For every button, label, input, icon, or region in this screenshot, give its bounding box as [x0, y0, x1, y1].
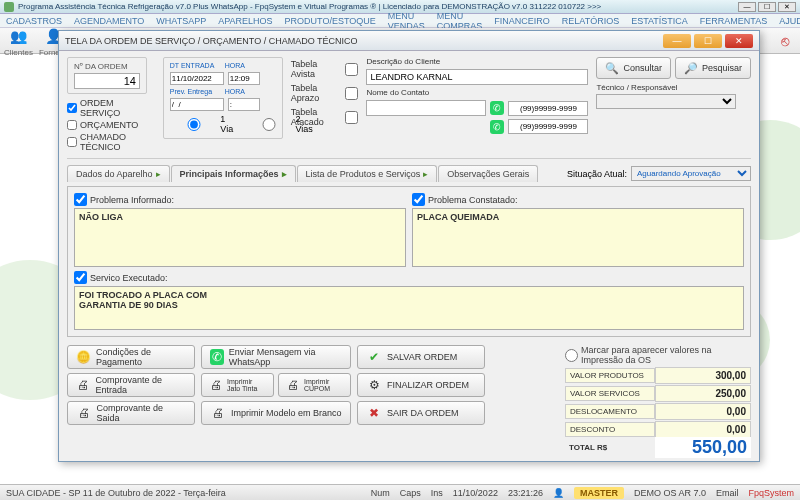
statusbar: SUA CIDADE - SP 11 de Outubro de 2022 - … [0, 484, 800, 500]
radio-1via[interactable]: 1 Via [170, 114, 239, 134]
check-servico[interactable] [74, 271, 87, 284]
problema-informado-text[interactable]: NÃO LIGA [74, 208, 406, 267]
contato-input[interactable] [366, 100, 486, 116]
whatsapp-icon-2[interactable]: ✆ [490, 120, 504, 134]
whatsapp-button[interactable]: ✆Enviar Mensagem via WhatsApp [201, 345, 351, 369]
clientes-icon[interactable]: 👥 [7, 25, 29, 47]
date-group: DT ENTRADAHORA Prev. EntregaHORA 1 Via 2… [163, 57, 283, 139]
print-icon: 🖨 [76, 377, 90, 393]
marcar-impressao[interactable] [565, 349, 578, 362]
tab-observacoes[interactable]: Observações Gerais [438, 165, 538, 182]
dialog-close[interactable]: ✕ [725, 34, 753, 48]
check-chamado[interactable]: CHAMADO TÉCNICO [67, 132, 155, 152]
problema-constatado-text[interactable]: PLACA QUEIMADA [412, 208, 744, 267]
finalizar-button[interactable]: ⚙FINALIZAR ORDEM [357, 373, 485, 397]
dialog-maximize[interactable]: ☐ [694, 34, 722, 48]
tab-lista-produtos[interactable]: Lista de Produtos e Serviços▸ [297, 165, 438, 182]
cond-pagamento-button[interactable]: 🪙Condições de Pagamento [67, 345, 195, 369]
prev-entrega-input[interactable] [170, 98, 224, 111]
salvar-button[interactable]: ✔SALVAR ORDEM [357, 345, 485, 369]
go-icon: ▸ [156, 169, 161, 179]
search-icon: 🔍 [605, 61, 619, 75]
print-icon: 🖨 [210, 377, 222, 393]
valor-desconto: 0,00 [655, 421, 751, 438]
go-icon: ▸ [423, 169, 428, 179]
check-tabela-atacado[interactable]: Tabela Atacado [291, 107, 359, 127]
tel1-input[interactable] [508, 101, 588, 116]
print-icon: 🖨 [287, 377, 299, 393]
check-tabela-avista[interactable]: Tabela Avista [291, 59, 359, 79]
print-icon: 🖨 [210, 405, 226, 421]
check-ordem-servico[interactable]: ORDEM SERVIÇO [67, 98, 155, 118]
check-icon: ✔ [366, 349, 382, 365]
hora-input[interactable] [228, 72, 260, 85]
whatsapp-icon[interactable]: ✆ [490, 101, 504, 115]
user-icon: 👤 [553, 488, 564, 498]
exit-icon[interactable]: ⎋ [774, 30, 796, 52]
tab-dados-aparelho[interactable]: Dados do Aparelho▸ [67, 165, 170, 182]
pesquisar-button[interactable]: 🔎Pesquisar [675, 57, 751, 79]
modelo-branco-button[interactable]: 🖨Imprimir Modelo em Branco [201, 401, 351, 425]
order-number-input[interactable] [74, 73, 140, 89]
whatsapp-icon: ✆ [210, 349, 224, 365]
status-local: SUA CIDADE - SP 11 de Outubro de 2022 - … [6, 488, 226, 498]
comp-saida-button[interactable]: 🖨Comprovante de Saida [67, 401, 195, 425]
tecnico-select[interactable] [596, 94, 736, 109]
dt-entrada-input[interactable] [170, 72, 224, 85]
close-icon: ✖ [366, 405, 382, 421]
dialog-title: TELA DA ORDEM DE SERVIÇO / ORÇAMENTO / C… [65, 36, 358, 46]
prev-hora-input[interactable] [228, 98, 260, 111]
tab-principais[interactable]: Principais Informações▸ [171, 165, 296, 182]
jato-tinta-button[interactable]: 🖨Imprimir Jato Tinta [201, 373, 274, 397]
consultar-button[interactable]: 🔍Consultar [596, 57, 671, 79]
situacao-select[interactable]: Aguardando Aprovação [631, 166, 751, 181]
search-icon: 🔎 [684, 61, 698, 75]
coin-icon: 🪙 [76, 349, 91, 365]
status-master: MASTER [574, 487, 624, 499]
valor-produtos: 300,00 [655, 367, 751, 384]
tel2-input[interactable] [508, 119, 588, 134]
servico-executado-text[interactable]: FOI TROCADO A PLACA COM GARANTIA DE 90 D… [74, 286, 744, 330]
order-dialog: TELA DA ORDEM DE SERVIÇO / ORÇAMENTO / C… [58, 30, 760, 462]
comp-entrada-button[interactable]: 🖨Comprovante de Entrada [67, 373, 195, 397]
print-icon: 🖨 [76, 405, 92, 421]
go-icon: ▸ [282, 169, 287, 179]
sair-button[interactable]: ✖SAIR DA ORDEM [357, 401, 485, 425]
gear-icon: ⚙ [366, 377, 382, 393]
valor-deslocamento: 0,00 [655, 403, 751, 420]
check-prob-constatado[interactable] [412, 193, 425, 206]
order-number-group: Nº DA ORDEM [67, 57, 147, 94]
dialog-titlebar: TELA DA ORDEM DE SERVIÇO / ORÇAMENTO / C… [59, 31, 759, 51]
check-prob-informado[interactable] [74, 193, 87, 206]
dialog-minimize[interactable]: — [663, 34, 691, 48]
valor-total: 550,00 [655, 437, 751, 458]
check-orcamento[interactable]: ORÇAMENTO [67, 120, 155, 130]
cliente-nome-input[interactable] [366, 69, 588, 85]
cupom-button[interactable]: 🖨Imprimir CUPOM [278, 373, 351, 397]
valor-servicos: 250,00 [655, 385, 751, 402]
check-tabela-aprazo[interactable]: Tabela Aprazo [291, 83, 359, 103]
